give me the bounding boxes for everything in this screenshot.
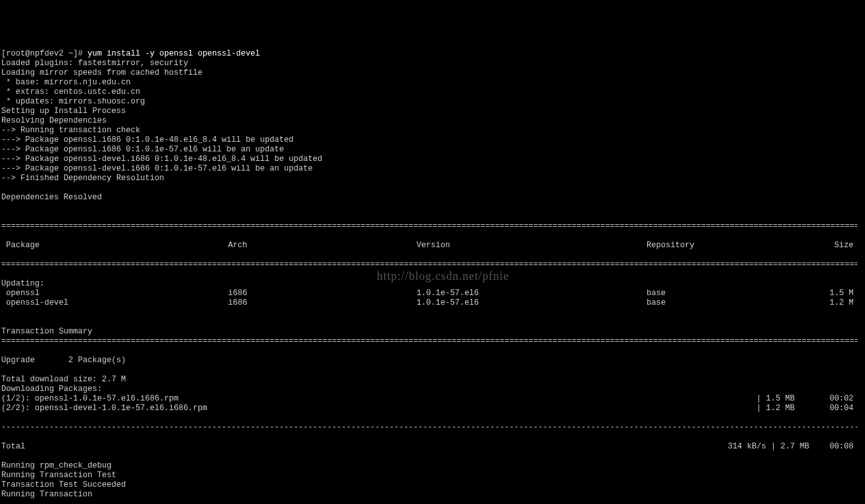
hr-dash: ----------------------------------------… — [1, 423, 857, 432]
trans-summary-label: Transaction Summary — [1, 327, 93, 336]
total-time: 00:08 — [809, 442, 854, 452]
typed-command: yum install -y openssl openssl-devel — [88, 49, 260, 58]
output-line: Setting up Install Process — [1, 107, 864, 116]
total-dl-size: Total download size: 2.7 M — [1, 375, 126, 384]
dl-size: | 1.2 MB — [756, 404, 808, 413]
output-line: ---> Package openssl.i686 0:1.0.1e-48.el… — [1, 135, 864, 145]
output-line: Transaction Test Succeeded — [1, 480, 864, 490]
cell-repo: base — [647, 298, 803, 308]
cell-ver: 1.0.1e-57.el6 — [417, 298, 647, 308]
cell-arch: i686 — [228, 289, 417, 298]
output-line: --> Running transaction check — [1, 126, 864, 135]
total-rate: 314 kB/s | 2.7 MB — [728, 442, 809, 452]
col-size: Size — [803, 241, 854, 250]
dl-name: (2/2): openssl-devel-1.0.1e-57.el6.i686.… — [1, 404, 756, 413]
shell-prompt: [root@npfdev2 ~]# — [1, 49, 88, 58]
output-line — [1, 183, 864, 193]
cell-size: 1.5 M — [803, 289, 854, 298]
output-line: * base: mirrors.nju.edu.cn — [1, 78, 864, 88]
watermark-text: http://blog.csdn.net/pfnie — [377, 271, 509, 281]
total-row: Total314 kB/s | 2.7 MB00:08 — [1, 442, 854, 452]
blank — [1, 365, 6, 374]
output-line: Running Transaction — [1, 490, 864, 500]
hr-double: ========================================… — [1, 222, 857, 231]
col-package: Package — [1, 241, 228, 250]
output-line: Running Transaction Test — [1, 471, 864, 480]
cell-arch: i686 — [228, 298, 417, 308]
dl-time: 00:02 — [808, 394, 854, 404]
output-line: Dependencies Resolved — [1, 193, 864, 202]
output-line: Loading mirror speeds from cached hostfi… — [1, 68, 864, 78]
download-row: (1/2): openssl-1.0.1e-57.el6.i686.rpm| 1… — [1, 394, 854, 404]
output-line — [1, 202, 864, 212]
blank — [1, 317, 6, 326]
output-line: ---> Package openssl.i686 0:1.0.1e-57.el… — [1, 145, 864, 155]
cell-pkg: openssl — [1, 289, 228, 298]
output-line: Resolving Dependencies — [1, 116, 864, 126]
output-line: * extras: centos.ustc.edu.cn — [1, 88, 864, 97]
dl-time: 00:04 — [808, 404, 854, 413]
col-arch: Arch — [228, 241, 417, 250]
dl-size: | 1.5 MB — [756, 394, 808, 404]
dl-name: (1/2): openssl-1.0.1e-57.el6.i686.rpm — [1, 394, 756, 404]
output-line: Running rpm_check_debug — [1, 461, 864, 471]
updating-label: Updating: — [1, 279, 45, 288]
total-label: Total — [1, 442, 728, 452]
upgrade-summary: Upgrade 2 Package(s) — [1, 356, 126, 365]
output-line: * updates: mirrors.shuosc.org — [1, 97, 864, 107]
downloading-label: Downloading Packages: — [1, 385, 102, 393]
output-line: Loaded plugins: fastestmirror, security — [1, 59, 864, 68]
col-repo: Repository — [647, 241, 803, 250]
hr-double: ========================================… — [1, 337, 857, 346]
output-line: ---> Package openssl-devel.i686 0:1.0.1e… — [1, 155, 864, 164]
table-row: openssl-develi6861.0.1e-57.el6base1.2 M — [1, 298, 854, 308]
cell-size: 1.2 M — [803, 298, 854, 308]
table-row: openssli6861.0.1e-57.el6base1.5 M — [1, 289, 854, 298]
download-row: (2/2): openssl-devel-1.0.1e-57.el6.i686.… — [1, 404, 854, 413]
cell-pkg: openssl-devel — [1, 298, 228, 308]
output-line: --> Finished Dependency Resolution — [1, 174, 864, 183]
cell-repo: base — [647, 289, 803, 298]
col-version: Version — [417, 241, 647, 250]
hr-double: ========================================… — [1, 260, 857, 270]
table-header: PackageArchVersionRepositorySize — [1, 241, 854, 250]
output-line: ---> Package openssl-devel.i686 0:1.0.1e… — [1, 164, 864, 174]
cell-ver: 1.0.1e-57.el6 — [417, 289, 647, 298]
